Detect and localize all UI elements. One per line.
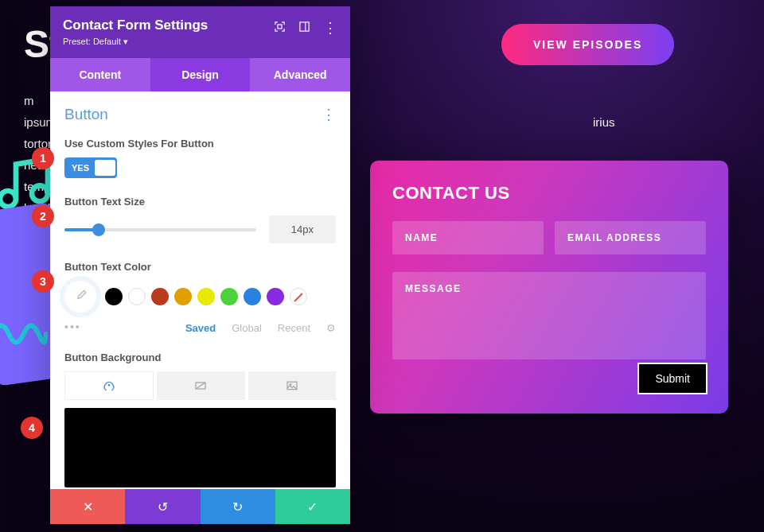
svg-point-0 xyxy=(0,191,16,207)
panel-body[interactable]: Button ⋮ Use Custom Styles For Button YE… xyxy=(50,91,350,489)
contact-title: CONTACT US xyxy=(392,183,706,204)
text-size-slider[interactable] xyxy=(64,228,256,231)
bg-type-gradient[interactable] xyxy=(157,371,244,400)
custom-styles-toggle[interactable]: YES xyxy=(64,157,117,178)
gear-icon[interactable]: ⚙ xyxy=(326,322,336,334)
text-color-label: Button Text Color xyxy=(64,261,336,273)
svg-point-5 xyxy=(108,385,109,386)
tab-design[interactable]: Design xyxy=(150,58,251,91)
settings-panel: Contact Form Settings Preset: Default ▾ … xyxy=(50,6,350,524)
option-button-background: Button Background xyxy=(64,351,336,487)
swatch-brown[interactable] xyxy=(151,288,169,305)
swatch-none[interactable] xyxy=(290,288,307,305)
group-title: Button xyxy=(64,106,108,123)
toggle-knob xyxy=(95,160,115,176)
message-field[interactable]: MESSAGE xyxy=(392,272,706,359)
annotation-badge-1: 1 xyxy=(32,147,54,169)
annotation-badge-4: 4 xyxy=(21,417,43,439)
name-field[interactable]: NAME xyxy=(392,221,544,254)
tab-recent[interactable]: Recent xyxy=(278,322,310,334)
swatch-green[interactable] xyxy=(220,288,238,305)
group-more-icon[interactable]: ⋮ xyxy=(322,106,336,123)
panel-title: Contact Form Settings xyxy=(63,17,208,33)
undo-button[interactable]: ↺ xyxy=(125,489,200,524)
redo-button[interactable]: ↻ xyxy=(201,489,275,524)
slider-thumb[interactable] xyxy=(92,223,105,236)
tab-content[interactable]: Content xyxy=(50,58,150,91)
expand-icon[interactable] xyxy=(274,21,286,36)
submit-button[interactable]: Submit xyxy=(637,363,707,394)
annotation-badge-2: 2 xyxy=(32,205,54,227)
panel-footer: ✕ ↺ ↻ ✓ xyxy=(50,489,350,524)
annotation-badge-3: 3 xyxy=(32,270,54,293)
custom-styles-label: Use Custom Styles For Button xyxy=(64,138,336,150)
svg-rect-2 xyxy=(278,25,282,29)
text-size-label: Button Text Size xyxy=(64,196,336,208)
confirm-button[interactable]: ✓ xyxy=(275,489,350,524)
bg-label: Button Background xyxy=(64,351,336,363)
color-source-tabs: Saved Global Recent ⚙ xyxy=(64,322,336,334)
text-size-value[interactable]: 14px xyxy=(269,216,336,243)
swatch-blue[interactable] xyxy=(244,288,261,305)
email-field[interactable]: EMAIL ADDRESS xyxy=(555,221,706,254)
svg-point-1 xyxy=(32,185,48,201)
bg-color-preview[interactable] xyxy=(64,408,336,487)
swatch-yellow[interactable] xyxy=(197,288,215,305)
bg-type-image[interactable] xyxy=(248,371,336,400)
option-custom-styles: Use Custom Styles For Button YES xyxy=(64,138,336,178)
bg-type-color[interactable] xyxy=(64,371,154,400)
cancel-button[interactable]: ✕ xyxy=(50,489,125,524)
tab-advanced[interactable]: Advanced xyxy=(250,58,350,91)
option-text-size: Button Text Size 14px xyxy=(64,196,336,243)
tab-saved[interactable]: Saved xyxy=(185,322,216,334)
color-picker-icon[interactable] xyxy=(64,281,96,313)
swatch-orange[interactable] xyxy=(174,288,192,305)
contact-form-preview: CONTACT US NAME EMAIL ADDRESS MESSAGE Su… xyxy=(370,161,728,414)
option-text-color: Button Text Color ••• Saved Global Rece xyxy=(64,261,336,334)
sound-wave-icon xyxy=(0,310,48,358)
tab-bar: Content Design Advanced xyxy=(50,58,350,91)
view-episodes-button[interactable]: VIEW EPISODES xyxy=(501,24,674,65)
swatch-purple[interactable] xyxy=(267,288,284,305)
swatch-white[interactable] xyxy=(128,288,146,305)
layout-icon[interactable] xyxy=(298,21,310,36)
more-icon[interactable]: ⋮ xyxy=(323,19,337,37)
swatch-black[interactable] xyxy=(105,288,123,305)
preset-label[interactable]: Preset: Default ▾ xyxy=(63,37,208,47)
svg-rect-3 xyxy=(300,21,309,30)
panel-header: Contact Form Settings Preset: Default ▾ … xyxy=(50,6,350,58)
tab-global[interactable]: Global xyxy=(232,322,262,334)
